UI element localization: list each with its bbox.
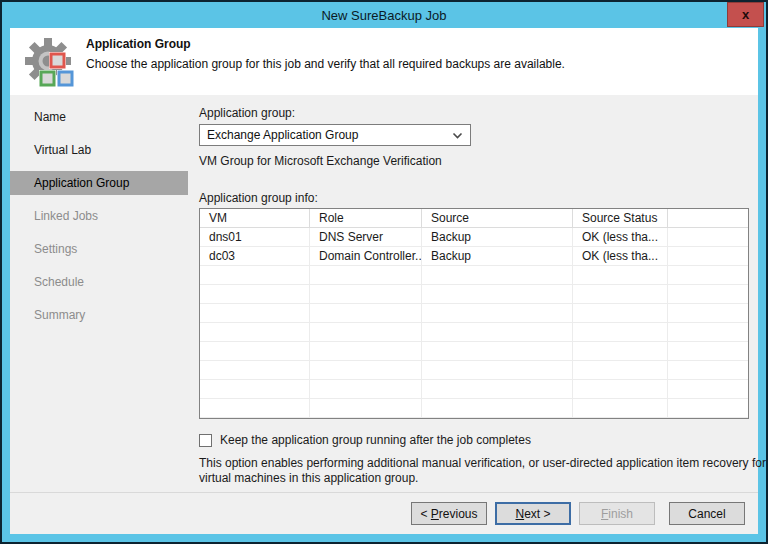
table-cell [573, 266, 668, 285]
column-header-source-status[interactable]: Source Status [573, 209, 668, 228]
table-cell [422, 304, 573, 323]
table-cell: Backup [422, 228, 573, 247]
table-cell [310, 380, 422, 399]
table-row-empty [200, 304, 748, 323]
finish-button: Finish [579, 502, 655, 525]
table-cell [422, 361, 573, 380]
table-cell [422, 323, 573, 342]
table-cell [422, 380, 573, 399]
application-group-gear-icon [24, 35, 80, 91]
application-group-info-label: Application group info: [199, 191, 768, 205]
table-cell [573, 361, 668, 380]
table-cell [573, 304, 668, 323]
table-cell [310, 266, 422, 285]
table-cell [200, 304, 310, 323]
table-cell: OK (less tha... [573, 247, 668, 266]
table-cell [200, 323, 310, 342]
table-cell [200, 342, 310, 361]
keep-running-label: Keep the application group running after… [220, 433, 531, 447]
sidebar-item-linked-jobs[interactable]: Linked Jobs [10, 204, 188, 228]
dialog-body: Application Group Choose the application… [10, 28, 758, 534]
table-cell [668, 342, 748, 361]
column-header-source[interactable]: Source [422, 209, 573, 228]
table-cell [422, 342, 573, 361]
wizard-header: Application Group Choose the application… [10, 28, 758, 95]
next-button[interactable]: Next > [495, 502, 571, 525]
main-panel: Application group: Exchange Application … [188, 95, 768, 492]
sidebar-item-virtual-lab[interactable]: Virtual Lab [10, 138, 188, 162]
keep-running-row: Keep the application group running after… [199, 433, 768, 447]
table-row[interactable]: dc03Domain Controller...BackupOK (less t… [200, 247, 748, 266]
table-row-empty [200, 285, 748, 304]
table-cell [668, 323, 748, 342]
table-cell: Domain Controller... [310, 247, 422, 266]
application-group-table[interactable]: VMRoleSourceSource Status dns01DNS Serve… [199, 208, 749, 419]
table-cell [310, 323, 422, 342]
table-row-empty [200, 399, 748, 418]
table-cell [668, 247, 748, 266]
table-cell [310, 361, 422, 380]
application-group-description: VM Group for Microsoft Exchange Verifica… [199, 154, 768, 168]
table-cell: dns01 [200, 228, 310, 247]
table-cell [668, 380, 748, 399]
table-cell [310, 285, 422, 304]
sidebar-item-settings[interactable]: Settings [10, 237, 188, 261]
table-cell [668, 228, 748, 247]
table-cell: OK (less tha... [573, 228, 668, 247]
column-header-empty[interactable] [668, 209, 748, 228]
table-cell [200, 380, 310, 399]
page-description: Choose the application group for this jo… [86, 57, 565, 71]
table-cell [573, 399, 668, 418]
table-cell [573, 380, 668, 399]
table-body: dns01DNS ServerBackupOK (less tha...dc03… [200, 228, 748, 418]
table-row[interactable]: dns01DNS ServerBackupOK (less tha... [200, 228, 748, 247]
table-cell [422, 399, 573, 418]
table-row-empty [200, 266, 748, 285]
option-note: This option enables performing additiona… [199, 456, 768, 486]
table-cell: Backup [422, 247, 573, 266]
table-cell [200, 285, 310, 304]
titlebar[interactable]: New SureBackup Job x [2, 2, 766, 28]
keep-running-checkbox[interactable] [199, 434, 212, 447]
table-cell [310, 399, 422, 418]
table-cell [200, 266, 310, 285]
table-cell [200, 361, 310, 380]
table-cell [573, 285, 668, 304]
table-cell [422, 285, 573, 304]
table-cell [200, 399, 310, 418]
table-row-empty [200, 342, 748, 361]
table-cell [668, 266, 748, 285]
wizard-steps: NameVirtual LabApplication GroupLinked J… [10, 95, 188, 492]
previous-button[interactable]: < Previous [411, 502, 487, 525]
column-header-vm[interactable]: VM [200, 209, 310, 228]
cancel-button[interactable]: Cancel [669, 502, 745, 525]
table-cell [668, 304, 748, 323]
table-cell [310, 304, 422, 323]
table-cell [668, 361, 748, 380]
table-cell [422, 266, 573, 285]
sidebar-item-summary[interactable]: Summary [10, 303, 188, 327]
column-header-role[interactable]: Role [310, 209, 422, 228]
application-group-selected-value: Exchange Application Group [207, 128, 448, 142]
sidebar-item-name[interactable]: Name [10, 105, 188, 129]
application-group-label: Application group: [199, 106, 768, 120]
table-cell [668, 399, 748, 418]
application-group-select[interactable]: Exchange Application Group [199, 124, 471, 146]
dialog-window: New SureBackup Job x [0, 0, 768, 544]
table-row-empty [200, 361, 748, 380]
sidebar-item-application-group[interactable]: Application Group [10, 171, 188, 195]
table-cell: DNS Server [310, 228, 422, 247]
close-icon: x [742, 7, 749, 22]
sidebar-item-schedule[interactable]: Schedule [10, 270, 188, 294]
chevron-down-icon [452, 132, 463, 139]
page-title: Application Group [86, 37, 565, 51]
table-header-row: VMRoleSourceSource Status [200, 209, 748, 228]
table-row-empty [200, 380, 748, 399]
close-button[interactable]: x [727, 2, 764, 27]
table-cell [310, 342, 422, 361]
footer-buttons: < PreviousNext >FinishCancel [10, 492, 758, 534]
table-cell [573, 342, 668, 361]
table-row-empty [200, 323, 748, 342]
table-cell: dc03 [200, 247, 310, 266]
table-cell [573, 323, 668, 342]
